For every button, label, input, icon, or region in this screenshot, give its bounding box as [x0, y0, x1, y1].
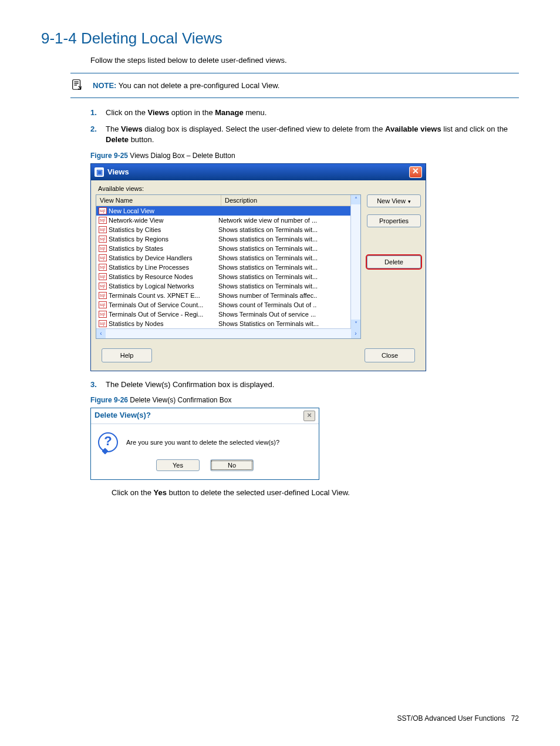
step-2: 2. The Views dialog box is displayed. Se…	[90, 124, 519, 145]
list-item-desc: Shows number of Terminals affec..	[216, 292, 360, 299]
list-item-desc: Network wide view of number of ...	[216, 217, 360, 224]
list-item[interactable]: sqlTerminals Out of Service Count...Show…	[96, 300, 360, 310]
list-item-name: Statistics by Line Processes	[109, 264, 189, 271]
step-1: 1. Click on the Views option in the Mana…	[90, 107, 519, 118]
no-button[interactable]: No	[210, 459, 254, 471]
question-icon: ?	[98, 432, 118, 452]
confirm-title: Delete View(s)?	[95, 411, 151, 421]
delete-button[interactable]: Delete	[367, 256, 421, 268]
list-item[interactable]: sqlStatistics by RegionsShows statistics…	[96, 234, 360, 244]
views-titlebar[interactable]: ▣ Views ✕	[91, 164, 426, 180]
scroll-up-arrow[interactable]: ˄	[350, 195, 360, 204]
list-item-desc: Shows statistics on Terminals wit...	[216, 254, 360, 261]
list-item-desc	[216, 207, 360, 214]
sql-view-icon: sql	[99, 273, 107, 280]
confirm-message: Are you sure you want to delete the sele…	[126, 439, 279, 446]
note-text: NOTE: You can not delete a pre-configure…	[93, 81, 279, 90]
list-item-desc: Shows statistics on Terminals wit...	[216, 273, 360, 280]
list-item[interactable]: sqlStatistics by Resource NodesShows sta…	[96, 272, 360, 281]
sql-view-icon: sql	[99, 311, 107, 318]
list-item-name: Network-wide View	[109, 217, 163, 224]
list-item[interactable]: sqlNetwork-wide ViewNetwork wide view of…	[96, 216, 360, 225]
sql-view-icon: sql	[99, 207, 107, 214]
step-3: 3. The Delete View(s) Confirmation box i…	[90, 379, 519, 390]
list-item[interactable]: sqlTerminals Out of Service - Regi...Sho…	[96, 310, 360, 319]
sql-view-icon: sql	[99, 283, 107, 290]
sql-view-icon: sql	[99, 320, 107, 327]
list-item-desc: Shows statistics on Terminals wit...	[216, 245, 360, 252]
confirm-close-button[interactable]: ×	[303, 411, 315, 421]
note-icon	[70, 78, 85, 93]
list-item[interactable]: sqlStatistics by CitiesShows statistics …	[96, 225, 360, 234]
views-close-button[interactable]: ✕	[409, 166, 422, 178]
views-dialog: ▣ Views ✕ Available views: View Name Des…	[90, 163, 426, 371]
available-views-list[interactable]: View Name Description sqlNew Local Views…	[96, 194, 361, 339]
list-item[interactable]: sqlStatistics by Device HandlersShows st…	[96, 253, 360, 263]
list-item-desc: Shows statistics on Terminals wit...	[216, 264, 360, 271]
list-item[interactable]: sqlStatistics by Logical NetworksShows s…	[96, 281, 360, 291]
list-item-name: Statistics by Logical Networks	[109, 283, 194, 290]
list-item-name: New Local View	[109, 207, 154, 214]
list-item-name: Statistics by Device Handlers	[109, 254, 192, 261]
list-item[interactable]: sqlNew Local View	[96, 206, 360, 216]
list-item-desc: Shows count of Terminals Out of ..	[216, 301, 360, 308]
list-item-desc: Shows statistics on Terminals wit...	[216, 236, 360, 243]
delete-confirm-dialog: Delete View(s)? × ? Are you sure you wan…	[90, 408, 319, 480]
close-button[interactable]: Close	[365, 348, 415, 362]
svg-rect-0	[73, 80, 80, 90]
list-item-name: Terminals Out of Service - Regi...	[109, 311, 203, 318]
sql-view-icon: sql	[99, 245, 107, 252]
help-button[interactable]: Help	[102, 348, 152, 362]
new-view-button[interactable]: New View	[367, 194, 421, 207]
scroll-down-arrow[interactable]: ˅	[350, 320, 360, 329]
scroll-left-arrow[interactable]: ‹	[96, 329, 106, 338]
scroll-right-arrow[interactable]: ›	[351, 329, 360, 338]
col-description[interactable]: Description	[221, 195, 360, 206]
list-item-name: Terminals Count vs. XPNET E...	[109, 292, 200, 299]
list-item-name: Statistics by Resource Nodes	[109, 273, 193, 280]
list-item-name: Statistics by Cities	[109, 226, 161, 233]
figure-26-caption: Figure 9-26 Delete View(s) Confirmation …	[90, 396, 519, 404]
list-item[interactable]: sqlTerminals Count vs. XPNET E...Shows n…	[96, 291, 360, 300]
list-item-name: Terminals Out of Service Count...	[109, 301, 203, 308]
intro-text: Follow the steps listed below to delete …	[90, 56, 519, 65]
sql-view-icon: sql	[99, 301, 107, 308]
sql-view-icon: sql	[99, 264, 107, 271]
list-item-desc: Shows Statistics on Terminals wit...	[216, 320, 360, 327]
views-title: Views	[107, 167, 129, 176]
list-item-desc: Shows Terminals Out of service ...	[216, 311, 360, 318]
available-views-label: Available views:	[98, 185, 421, 192]
note-block: NOTE: You can not delete a pre-configure…	[70, 73, 519, 98]
sql-view-icon: sql	[99, 226, 107, 233]
col-view-name[interactable]: View Name	[96, 195, 221, 206]
list-header: View Name Description	[96, 195, 360, 206]
figure-25-caption: Figure 9-25 Views Dialog Box – Delete Bu…	[90, 152, 519, 160]
sql-view-icon: sql	[99, 236, 107, 243]
confirm-titlebar[interactable]: Delete View(s)? ×	[91, 408, 319, 424]
sql-view-icon: sql	[99, 292, 107, 299]
list-item-name: Statistics by States	[109, 245, 163, 252]
after-confirm-text: Click on the Yes button to delete the se…	[112, 488, 519, 497]
list-item[interactable]: sqlStatistics by NodesShows Statistics o…	[96, 319, 360, 328]
list-item[interactable]: sqlStatistics by Line ProcessesShows sta…	[96, 263, 360, 272]
properties-button[interactable]: Properties	[367, 214, 421, 227]
list-item-name: Statistics by Nodes	[109, 320, 164, 327]
sql-view-icon: sql	[99, 217, 107, 224]
list-item[interactable]: sqlStatistics by StatesShows statistics …	[96, 244, 360, 253]
page-footer: SST/OB Advanced User Functions 72	[397, 714, 519, 723]
list-item-desc: Shows statistics on Terminals wit...	[216, 283, 360, 290]
views-title-icon: ▣	[95, 167, 104, 177]
scroll-track[interactable]	[350, 204, 360, 320]
sql-view-icon: sql	[99, 254, 107, 261]
list-item-desc: Shows statistics on Terminals wit...	[216, 226, 360, 233]
page-heading: 9-1-4 Deleting Local Views	[41, 29, 519, 48]
horizontal-scrollbar[interactable]: ‹ ›	[96, 328, 360, 338]
list-item-name: Statistics by Regions	[109, 236, 168, 243]
yes-button[interactable]: Yes	[156, 459, 200, 471]
